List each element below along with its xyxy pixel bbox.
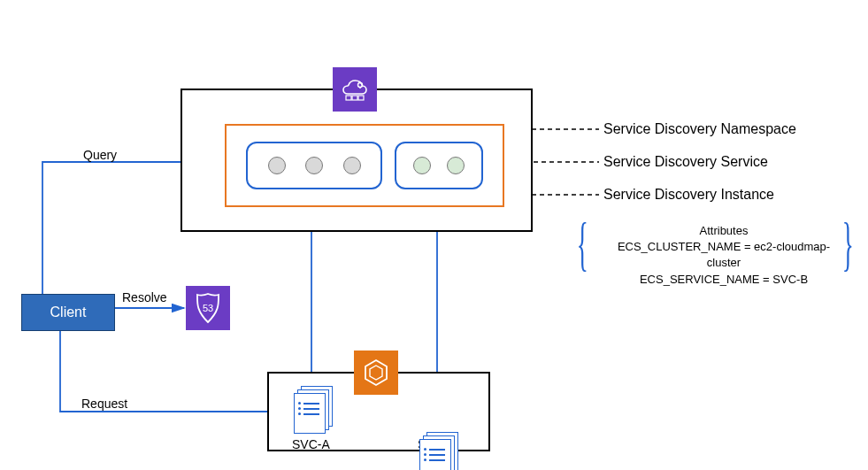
cloudmap-icon xyxy=(333,67,377,112)
arrow-label-request: Request xyxy=(81,397,127,411)
attributes-line1: ECS_CLUSTER_NAME = ec2-cloudmap-cluster xyxy=(609,239,839,271)
svg-marker-5 xyxy=(365,360,387,385)
service-box-b xyxy=(395,142,483,189)
label-instance: Service Discovery Instance xyxy=(603,187,774,203)
route53-icon: 53 xyxy=(186,286,230,330)
arrow-label-resolve: Resolve xyxy=(122,290,167,304)
arrow-label-query: Query xyxy=(83,148,117,162)
brace-right-icon: } xyxy=(842,209,854,279)
attributes-line2: ECS_SERVICE_NAME = SVC-B xyxy=(609,272,839,288)
label-namespace: Service Discovery Namespace xyxy=(603,121,796,137)
instance-dot xyxy=(268,157,286,174)
diagram-canvas: Client Query Resolve Request 53 xyxy=(0,0,868,470)
task-stack-svc-a xyxy=(294,386,331,432)
svg-rect-2 xyxy=(346,96,351,100)
instance-dot xyxy=(343,157,361,174)
label-service: Service Discovery Service xyxy=(603,154,768,170)
svg-marker-6 xyxy=(370,366,382,380)
brace-left-icon: { xyxy=(577,209,588,279)
instance-dot xyxy=(305,157,323,174)
svc-a-label: SVC-A xyxy=(292,437,330,451)
instance-dot xyxy=(447,157,465,174)
attributes-block: Attributes ECS_CLUSTER_NAME = ec2-cloudm… xyxy=(609,223,839,288)
instance-dot xyxy=(413,157,431,174)
ecs-icon xyxy=(354,351,398,395)
client-node: Client xyxy=(21,294,115,331)
attributes-title: Attributes xyxy=(609,223,839,239)
client-label: Client xyxy=(50,304,87,320)
svg-text:53: 53 xyxy=(203,303,213,313)
service-box-a xyxy=(246,142,382,189)
task-stack-svc-b xyxy=(419,432,457,470)
svg-rect-3 xyxy=(352,96,357,100)
svg-rect-4 xyxy=(358,96,364,100)
